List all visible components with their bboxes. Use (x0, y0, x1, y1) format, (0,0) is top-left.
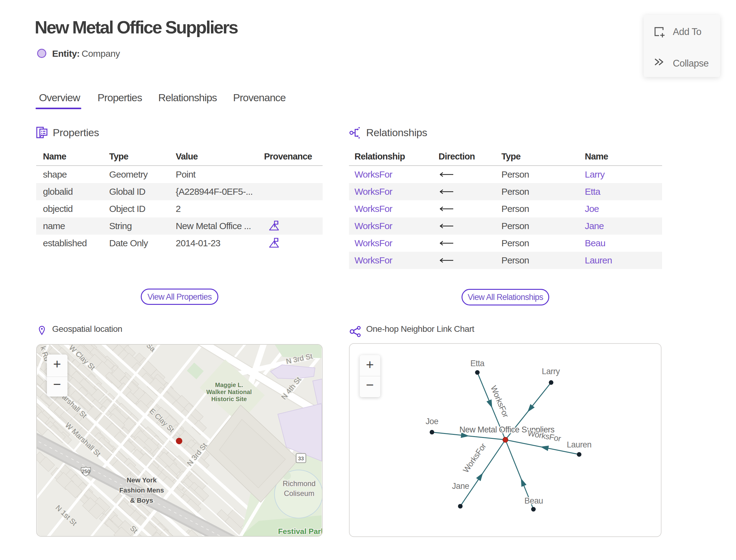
svg-text:Richmond: Richmond (283, 479, 316, 488)
svg-text:Festival Park: Festival Park (278, 527, 323, 535)
svg-text:Etta: Etta (470, 359, 485, 368)
svg-text:New York: New York (127, 476, 157, 484)
svg-text:Joe: Joe (426, 417, 439, 426)
svg-text:Walker National: Walker National (206, 389, 252, 395)
svg-text:Larry: Larry (542, 367, 560, 376)
svg-text:Maggie L.: Maggie L. (215, 382, 243, 388)
svg-text:Historic Site: Historic Site (211, 396, 247, 402)
svg-text:WorksFor: WorksFor (489, 384, 511, 419)
svg-text:Coliseum: Coliseum (284, 489, 314, 497)
svg-text:Beau: Beau (524, 496, 543, 505)
svg-text:Jane: Jane (452, 481, 469, 491)
svg-text:& Boys: & Boys (130, 497, 153, 504)
svg-text:Fashion Mens: Fashion Mens (119, 486, 164, 494)
svg-text:WorksFor: WorksFor (461, 441, 488, 474)
svg-text:33: 33 (298, 456, 304, 462)
svg-text:250: 250 (82, 469, 90, 474)
svg-text:Lauren: Lauren (567, 440, 592, 449)
